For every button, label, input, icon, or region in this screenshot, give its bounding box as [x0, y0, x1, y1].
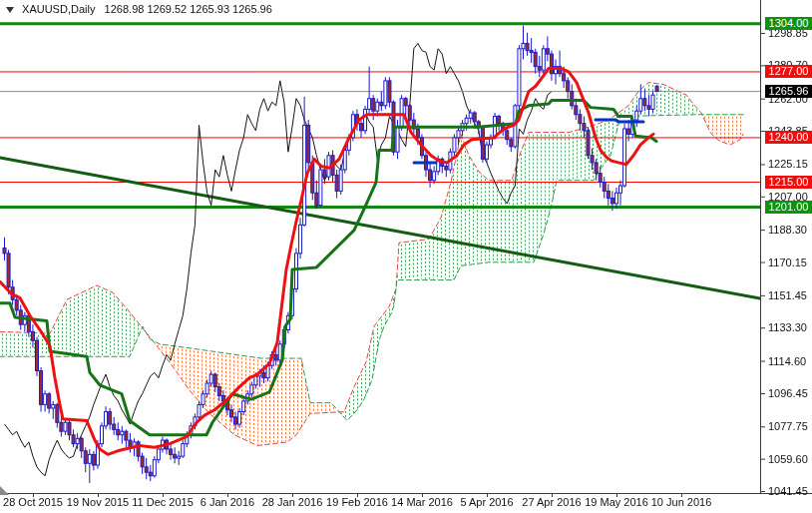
y-axis-price-label: 1133.30 — [768, 321, 807, 333]
y-axis-price-label: 1225.15 — [768, 158, 808, 170]
price-level-badge: 1215.00 — [765, 176, 812, 189]
y-axis-price-label: 1170.15 — [768, 256, 807, 268]
ohlc-quote-label: 1268.98 1269.52 1265.93 1265.96 — [105, 3, 272, 15]
price-level-badge: 1201.00 — [765, 201, 812, 214]
price-level-badge: 1240.00 — [765, 131, 812, 144]
price-level-badge: 1304.00 — [765, 17, 812, 30]
x-axis-date-label: 5 Apr 2016 — [460, 496, 513, 508]
price-level-badge: 1265.96 — [765, 85, 812, 98]
price-chart-canvas[interactable] — [0, 0, 812, 513]
scroll-corner-marker — [0, 486, 9, 495]
y-axis-price-label: 1041.45 — [768, 485, 808, 497]
x-axis-date-label: 19 Feb 2016 — [326, 496, 388, 508]
x-axis-date-label: 27 Apr 2016 — [522, 496, 581, 508]
x-axis-date-label: 19 May 2016 — [585, 496, 648, 508]
y-axis-price-label: 1077.75 — [768, 420, 808, 432]
x-axis-date-label: 6 Jan 2016 — [201, 496, 254, 508]
x-axis-date-label: 19 Nov 2015 — [67, 496, 129, 508]
y-axis-price-label: 1151.45 — [768, 289, 807, 301]
chevron-down-icon[interactable] — [6, 7, 14, 13]
x-axis-date-label: 14 Mar 2016 — [391, 496, 453, 508]
y-axis-price-label: 1059.60 — [768, 453, 808, 465]
x-axis-date-label: 10 Jun 2016 — [651, 496, 712, 508]
y-axis-price-label: 1114.60 — [768, 355, 806, 367]
x-axis-date-label: 28 Jan 2016 — [262, 496, 323, 508]
chart-title: XAUUSD,Daily 1268.98 1269.52 1265.93 126… — [6, 3, 272, 15]
symbol-period-label: XAUUSD,Daily — [22, 3, 95, 15]
x-axis-date-label: 28 Oct 2015 — [3, 496, 63, 508]
y-axis-price-label: 1096.45 — [768, 387, 808, 399]
trading-chart-window: XAUUSD,Daily 1268.98 1269.52 1265.93 126… — [0, 0, 812, 513]
price-level-badge: 1277.00 — [765, 65, 812, 78]
y-axis-price-label: 1188.30 — [768, 224, 807, 236]
x-axis-date-label: 11 Dec 2015 — [132, 496, 194, 508]
